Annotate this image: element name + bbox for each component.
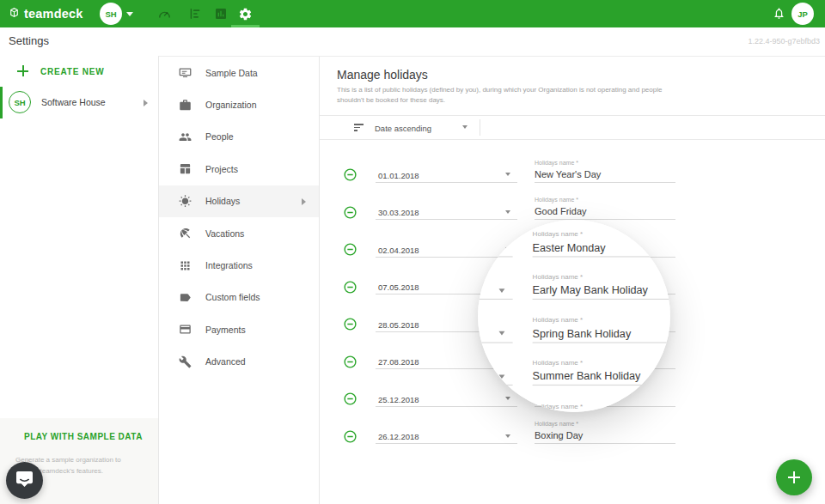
description-line: shouldn't be booked for these days.: [337, 95, 825, 106]
sort-icon: [354, 124, 364, 131]
sort-select[interactable]: Date ascending: [375, 124, 431, 133]
user-avatar[interactable]: JP: [791, 3, 814, 25]
date-field-underline: [376, 406, 517, 407]
date-chevron-down-icon[interactable]: [505, 210, 510, 214]
holiday-name-input[interactable]: Easter Monday: [533, 241, 606, 253]
gauge-icon[interactable]: [157, 7, 172, 25]
organization-sidebar: CREATE NEW SH Software House PLAY WITH S…: [0, 56, 159, 504]
active-indicator-bar: [0, 87, 3, 118]
umbrella-icon: [179, 227, 192, 240]
holiday-row: 01.01.2018Holidays name *New Year's Day: [321, 155, 825, 192]
menu-item-label: Organization: [205, 100, 257, 110]
menu-item-custom-fields[interactable]: Custom fields: [159, 282, 319, 313]
holiday-row: 28.05.2018Holidays name *Spring Bank Hol…: [478, 311, 670, 354]
date-field-underline: [376, 182, 517, 183]
remove-holiday-button[interactable]: [344, 318, 357, 331]
page-root: teamdeck SH JP Settings 1.22.4-950-g7ebf…: [0, 0, 825, 504]
menu-item-label: Projects: [205, 164, 238, 174]
sidebar-item-organization[interactable]: SH Software House: [0, 87, 158, 118]
play-with-sample-data-button[interactable]: PLAY WITH SAMPLE DATA: [24, 432, 143, 441]
sort-bar: Date ascending: [337, 116, 825, 139]
holiday-row: 07.05.2018Holidays name *Early May Bank …: [478, 268, 670, 311]
holiday-date-input[interactable]: 07.05.2018: [378, 282, 419, 292]
date-chevron-down-icon[interactable]: [499, 374, 505, 379]
plus-icon: [16, 64, 29, 77]
holiday-date-input[interactable]: 26.12.2018: [378, 432, 419, 441]
remove-holiday-button[interactable]: [344, 168, 357, 181]
remove-holiday-button[interactable]: [344, 281, 357, 294]
menu-item-vacations[interactable]: Vacations: [159, 217, 319, 249]
bar-chart-icon[interactable]: [214, 7, 228, 24]
menu-item-organization[interactable]: Organization: [159, 88, 319, 120]
holiday-date-input[interactable]: 28.05.2018: [378, 320, 419, 330]
holiday-name-input[interactable]: New Year's Day: [535, 169, 601, 179]
apps-grid-icon: [179, 259, 192, 272]
notifications-bell-icon[interactable]: [773, 7, 785, 23]
timeline-icon[interactable]: [188, 7, 202, 24]
date-chevron-down-icon[interactable]: [499, 331, 505, 336]
holiday-name-input[interactable]: Boxing Day: [535, 430, 583, 440]
holiday-date-input[interactable]: 01.01.2018: [378, 171, 419, 180]
holiday-rows-magnified: 01.01.2018Holidays name *New Year's Day3…: [478, 220, 670, 412]
menu-item-integrations[interactable]: Integrations: [159, 249, 319, 281]
logo-text: teamdeck: [24, 7, 83, 21]
holiday-name-field: Holidays name *Early May Bank Holiday: [533, 268, 670, 311]
holiday-date-input[interactable]: 02.04.2018: [378, 246, 419, 255]
menu-item-label: Sample Data: [205, 68, 258, 78]
workspace-avatar[interactable]: SH: [100, 3, 122, 25]
remove-holiday-button[interactable]: [344, 355, 357, 368]
menu-item-sample-data[interactable]: Sample Data: [159, 57, 319, 88]
menu-item-holidays[interactable]: Holidays: [159, 185, 319, 217]
date-field-underline: [478, 299, 513, 300]
name-field-underline: [535, 443, 675, 444]
holiday-name-input[interactable]: Spring Bank Holiday: [533, 327, 632, 339]
settings-gear-icon[interactable]: [238, 7, 253, 25]
sun-icon: [179, 195, 192, 208]
date-chevron-down-icon[interactable]: [499, 288, 505, 293]
holiday-name-input[interactable]: Early May Bank Holiday: [533, 284, 648, 296]
date-chevron-down-icon[interactable]: [505, 434, 510, 438]
menu-item-label: Integrations: [205, 260, 253, 270]
name-field-underline: [535, 182, 675, 183]
settings-header: Settings 1.22.4-950-g7ebfbd3: [0, 27, 825, 56]
holiday-name-input[interactable]: Summer Bank Holiday: [533, 370, 641, 382]
chat-widget-button[interactable]: [6, 462, 43, 499]
menu-item-people[interactable]: People: [159, 121, 319, 153]
remove-holiday-button[interactable]: [344, 430, 357, 443]
holiday-date-input[interactable]: 30.03.2018: [378, 208, 419, 217]
menu-item-projects[interactable]: Projects: [159, 153, 319, 185]
chevron-right-icon: [144, 100, 148, 106]
date-chevron-down-icon[interactable]: [505, 173, 510, 176]
holiday-date-input[interactable]: 27.08.2018: [378, 357, 419, 367]
holidays-name-label: Holidays name *: [533, 316, 584, 323]
chat-bubble-icon: [15, 471, 34, 490]
magnifier-overlay: 01.01.2018Holidays name *New Year's Day3…: [478, 220, 670, 412]
add-holiday-fab[interactable]: [776, 459, 812, 495]
remove-holiday-button[interactable]: [344, 392, 357, 405]
holiday-name-field: Holidays name *Boxing Day: [535, 416, 675, 454]
organization-avatar: SH: [9, 91, 31, 113]
tag-icon: [179, 291, 192, 304]
settings-menu: Sample Data Organization People Projects…: [159, 56, 320, 504]
holiday-date-input[interactable]: 25.12.2018: [378, 395, 419, 404]
menu-item-label: Vacations: [205, 228, 244, 239]
menu-item-label: Payments: [205, 325, 246, 335]
name-field-underline: [533, 256, 670, 257]
active-tab-underline: [231, 25, 260, 27]
teamdeck-logo[interactable]: teamdeck: [9, 0, 83, 27]
menu-item-advanced[interactable]: Advanced: [159, 346, 319, 378]
sort-chevron-down-icon[interactable]: [462, 125, 468, 129]
remove-holiday-button[interactable]: [344, 243, 357, 256]
remove-holiday-button[interactable]: [344, 206, 357, 219]
people-icon: [179, 131, 192, 143]
workspace-chevron-down-icon[interactable]: [126, 12, 133, 16]
holiday-row: 26.12.2018Holidays name *Boxing Day: [321, 416, 825, 454]
menu-item-label: Advanced: [205, 356, 246, 367]
menu-item-payments[interactable]: Payments: [159, 313, 319, 345]
holiday-name-input[interactable]: Good Friday: [535, 206, 587, 216]
holidays-name-label: Holidays name *: [533, 230, 584, 237]
vertical-divider: [480, 119, 480, 136]
description-line: This is a list of public holidays (defin…: [337, 85, 825, 95]
create-new-button[interactable]: CREATE NEW: [0, 56, 158, 87]
date-chevron-down-icon[interactable]: [505, 397, 510, 400]
